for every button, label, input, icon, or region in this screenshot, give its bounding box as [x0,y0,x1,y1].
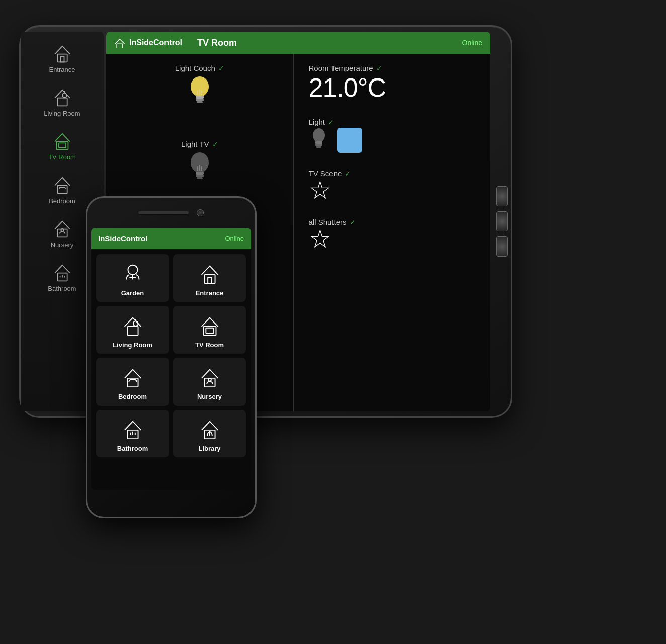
svg-rect-37 [204,275,215,283]
phone-item-library[interactable]: Library [173,410,246,457]
light-couch-check: ✓ [218,64,224,72]
side-button-3[interactable] [496,236,508,257]
svg-point-46 [208,378,211,381]
svg-point-3 [62,93,67,98]
light-tv-bulb-icon [185,148,215,189]
temperature-widget: Room Temperature ✓ 21.0°C [309,64,476,103]
light-couch-bulb-icon [185,72,215,113]
all-shutters-widget[interactable]: all Shutters ✓ ☆ [309,218,476,252]
sidebar-label-nursery: Nursery [51,241,74,249]
phone-item-garden[interactable]: Garden [96,254,169,302]
side-button-1[interactable] [496,186,508,206]
svg-rect-14 [117,44,123,48]
tablet-room-name: TV Room [197,38,237,48]
phone-status: Online [225,235,244,243]
svg-rect-38 [208,278,212,284]
sidebar-label-living-room: Living Room [44,110,80,117]
svg-rect-45 [204,378,215,387]
svg-point-30 [313,128,325,142]
light-check: ✓ [328,118,334,126]
svg-rect-17 [196,99,204,101]
phone-camera-icon [197,209,204,216]
phone-top [87,198,255,228]
tablet-side-buttons [496,186,508,257]
tv-scene-widget[interactable]: TV Scene ✓ ☆ [309,169,476,203]
svg-point-22 [191,76,209,97]
svg-rect-24 [196,172,204,175]
phone-item-bedroom[interactable]: Bedroom [96,358,169,406]
phone-item-tv-room[interactable]: TV Room [173,306,246,354]
tv-scene-check: ✓ [345,170,351,178]
svg-rect-8 [57,229,67,237]
phone-item-entrance[interactable]: Entrance [173,254,246,302]
light-small-icon [309,126,329,154]
svg-rect-43 [206,328,213,334]
temp-check: ✓ [376,64,382,72]
phone-header: InSideControl Online [91,228,251,249]
svg-rect-25 [196,175,204,177]
phone-item-nursery[interactable]: Nursery [173,358,246,406]
temperature-value: 21.0°C [309,72,476,103]
shutters-check: ✓ [350,218,356,226]
light-tv-check: ✓ [212,140,218,148]
svg-rect-18 [197,101,203,103]
sidebar-label-bedroom: Bedroom [49,197,75,205]
svg-rect-2 [57,98,67,106]
side-button-2[interactable] [496,211,508,231]
phone-item-bathroom[interactable]: Bathroom [96,410,169,457]
phone: InSideControl Online Garden [86,196,257,518]
phone-screen: InSideControl Online Garden [91,228,251,490]
sidebar-item-living-room[interactable]: Living Room [21,80,104,122]
svg-rect-26 [197,177,203,179]
sidebar-item-entrance[interactable]: Entrance [21,37,104,78]
svg-rect-1 [60,57,64,62]
tablet-header: InSideControl TV Room Online [106,32,490,54]
light-couch-widget[interactable]: Light Couch ✓ [175,64,224,115]
sidebar-label-tv-room: TV Room [48,153,76,161]
svg-rect-32 [315,144,322,146]
phone-brand: InSideControl [98,234,147,243]
phone-room-grid: Garden Entrance Living Room [91,249,251,462]
phone-item-living-room[interactable]: Living Room [96,306,169,354]
light-toggle-button[interactable] [337,128,362,153]
svg-rect-6 [58,143,65,148]
tablet-status: Online [462,39,482,47]
phone-speaker [138,211,189,214]
svg-point-40 [133,321,138,326]
sidebar-label-bathroom: Bathroom [48,285,76,292]
light-widget: Light ✓ [309,118,476,154]
svg-rect-31 [315,141,322,144]
tablet-right-panel: Room Temperature ✓ 21.0°C Light ✓ [294,54,491,411]
svg-rect-7 [57,186,67,194]
svg-point-34 [128,265,137,275]
svg-rect-0 [57,54,67,62]
light-tv-widget[interactable]: Light TV ✓ [181,140,218,191]
svg-rect-33 [316,146,321,148]
svg-rect-39 [127,327,138,335]
sidebar-item-tv-room[interactable]: TV Room [21,124,104,166]
sidebar-label-entrance: Entrance [49,66,75,73]
tablet-brand: InSideControl [114,37,182,48]
svg-point-9 [61,229,63,231]
tv-scene-star-icon: ☆ [309,178,476,203]
shutters-star-icon: ☆ [309,226,476,252]
